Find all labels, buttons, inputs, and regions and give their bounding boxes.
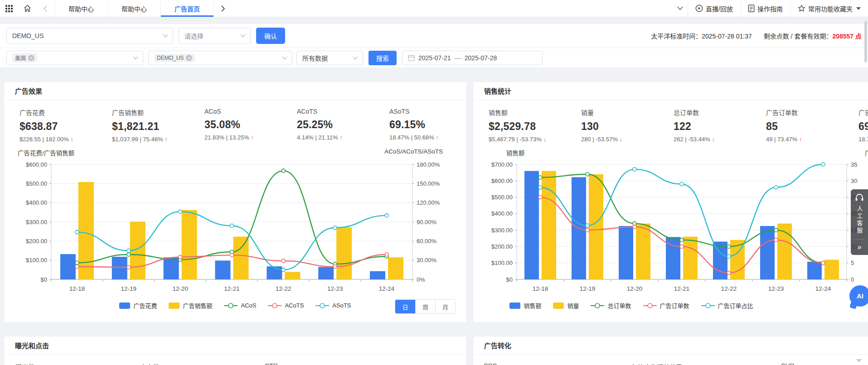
legend-item[interactable]: 销量 bbox=[553, 301, 579, 310]
customer-support-widget[interactable]: 人工客服 » bbox=[851, 189, 868, 255]
shop-tag: DEMO_US × bbox=[154, 54, 195, 62]
legend-bar-swatch bbox=[119, 303, 130, 309]
legend-item[interactable]: 广告花费 bbox=[119, 301, 157, 310]
legend-item[interactable]: ASoTS bbox=[315, 301, 351, 310]
svg-text:60.00%: 60.00% bbox=[417, 238, 437, 245]
tab-scroll-left-icon[interactable] bbox=[36, 0, 54, 17]
conversion-metric-labels: CPC 每笔广告订单花费 CVR bbox=[473, 355, 868, 365]
scroll-down-icon bbox=[856, 359, 862, 362]
ad-effect-card-title: 广告效果 bbox=[4, 82, 466, 101]
metric-label: 每笔广告订单花费 bbox=[631, 362, 781, 365]
chevron-down-icon bbox=[163, 34, 168, 38]
chevron-left-icon bbox=[43, 5, 48, 12]
shop-multiselect[interactable]: DEMO_US × bbox=[148, 51, 292, 65]
legend-label: ASoTS bbox=[332, 302, 351, 309]
svg-text:12-24: 12-24 bbox=[815, 285, 831, 292]
period-button[interactable]: 周 bbox=[415, 300, 435, 313]
chart-bar bbox=[370, 271, 385, 279]
period-button[interactable]: 日 bbox=[395, 300, 415, 313]
legend-line-marker bbox=[643, 303, 657, 309]
chart-point bbox=[75, 265, 79, 269]
tab-help-center-2[interactable]: 帮助中心 bbox=[107, 0, 160, 17]
legend-item[interactable]: 广告订单数 bbox=[643, 301, 689, 310]
tag-close-icon[interactable]: × bbox=[28, 55, 34, 61]
shop-select-value: DEMO_US bbox=[12, 32, 44, 39]
filter-row-2: 美国 × DEMO_US × 所有数据 搜索 2025-0 bbox=[0, 48, 868, 67]
live-replay-button[interactable]: 直播/回放 bbox=[688, 0, 740, 17]
legend-item[interactable]: 总订单数 bbox=[591, 301, 631, 310]
points-info: 剩余点数 / 套餐有效期：208557 点 bbox=[764, 31, 862, 40]
svg-text:$0: $0 bbox=[41, 276, 47, 283]
metric-block: 广告花费$638.87$226.55 | 182.00% ↑ bbox=[19, 108, 112, 143]
metric-label: CTR bbox=[265, 362, 466, 365]
svg-text:150.00%: 150.00% bbox=[417, 180, 440, 187]
ad-conversion-card: 广告转化 CPC 每笔广告订单花费 CVR bbox=[473, 336, 868, 365]
legend-label: 广告订单数 bbox=[660, 301, 689, 310]
chart-bar bbox=[713, 242, 727, 279]
legend-line-marker bbox=[224, 303, 238, 309]
points-value: 208557 点 bbox=[832, 33, 862, 40]
svg-text:12-18: 12-18 bbox=[69, 285, 85, 292]
chart-bar bbox=[388, 257, 403, 279]
svg-text:$300.00: $300.00 bbox=[26, 219, 47, 226]
trend-down-icon: ↓ bbox=[619, 136, 622, 143]
metric-comparison: $1,037.99 | 75.46% ↑ bbox=[112, 136, 204, 143]
trend-up-icon: ↑ bbox=[165, 136, 168, 143]
search-button[interactable]: 搜索 bbox=[369, 51, 397, 65]
legend-item[interactable]: 广告订单占比 bbox=[701, 301, 753, 310]
favorites-button[interactable]: 常用功能收藏夹 bbox=[790, 0, 868, 17]
data-scope-select[interactable]: 所有数据 bbox=[296, 51, 363, 65]
metric-comparison: $226.55 | 182.00% ↑ bbox=[19, 136, 112, 143]
legend-item[interactable]: 销售额 bbox=[509, 301, 541, 310]
metric-label: 广告花费 bbox=[19, 108, 112, 117]
country-multiselect[interactable]: 美国 × bbox=[6, 51, 143, 65]
tab-ad-home[interactable]: 广告首页 bbox=[160, 0, 213, 17]
chart-point bbox=[586, 228, 589, 232]
metric-comparison: 49 | 73.47% ↑ bbox=[766, 136, 858, 143]
chart-point bbox=[538, 176, 542, 179]
legend-label: 销量 bbox=[567, 301, 579, 310]
svg-text:$500.00: $500.00 bbox=[26, 180, 47, 187]
timezone-text: 太平洋标准时间：2025-07-28 01:37 bbox=[651, 31, 752, 40]
legend-label: 销售额 bbox=[524, 301, 541, 310]
legend-item[interactable]: ACoS bbox=[224, 301, 256, 310]
legend-label: ACoTS bbox=[285, 302, 304, 309]
ai-assistant-button[interactable]: AI bbox=[849, 285, 868, 307]
chart-point bbox=[75, 261, 79, 264]
svg-text:12-22: 12-22 bbox=[721, 285, 737, 292]
confirm-button[interactable]: 确认 bbox=[256, 28, 285, 44]
grid-icon bbox=[5, 5, 13, 12]
home-button[interactable] bbox=[18, 0, 36, 17]
legend-bar-swatch bbox=[553, 303, 564, 309]
svg-text:120.00%: 120.00% bbox=[417, 199, 440, 206]
apps-grid-icon[interactable] bbox=[0, 0, 18, 17]
tab-label: 帮助中心 bbox=[121, 4, 147, 13]
chevron-down-icon bbox=[240, 34, 246, 38]
guide-label: 操作指南 bbox=[757, 4, 783, 13]
svg-text:0: 0 bbox=[851, 276, 854, 283]
tab-scroll-right-icon[interactable] bbox=[213, 0, 232, 17]
metric-label: 广告订单数 bbox=[766, 108, 858, 117]
vertical-scrollbar[interactable] bbox=[864, 21, 867, 62]
svg-text:12-19: 12-19 bbox=[580, 285, 596, 292]
type-select[interactable]: 请选择 bbox=[179, 28, 251, 44]
guide-button[interactable]: 操作指南 bbox=[740, 0, 790, 17]
svg-text:12-23: 12-23 bbox=[327, 285, 343, 292]
metric-comparison: 4.14% | 21.11% ↑ bbox=[297, 134, 389, 141]
legend-item[interactable]: 广告销售额 bbox=[169, 301, 212, 310]
tag-close-icon[interactable]: × bbox=[186, 55, 192, 61]
legend-item[interactable]: ACoTS bbox=[268, 301, 304, 310]
collapse-chevron-icon[interactable] bbox=[672, 0, 688, 17]
trend-up-icon: ↑ bbox=[436, 134, 439, 141]
collapse-panel-icon[interactable]: » bbox=[851, 240, 868, 255]
legend-line-marker bbox=[701, 303, 715, 309]
svg-text:$100.00: $100.00 bbox=[26, 257, 47, 264]
svg-text:12-21: 12-21 bbox=[674, 285, 690, 292]
ad-effect-metrics: 广告花费$638.87$226.55 | 182.00% ↑广告销售额$1,82… bbox=[4, 101, 466, 146]
period-button[interactable]: 月 bbox=[435, 300, 455, 313]
tab-help-center-1[interactable]: 帮助中心 bbox=[54, 0, 107, 17]
metric-value: $2,529.78 bbox=[489, 120, 581, 133]
shop-select[interactable]: DEMO_US bbox=[6, 28, 173, 44]
chart-bar bbox=[233, 237, 249, 279]
date-range-picker[interactable]: 2025-07-21 — 2025-07-28 bbox=[402, 51, 543, 65]
